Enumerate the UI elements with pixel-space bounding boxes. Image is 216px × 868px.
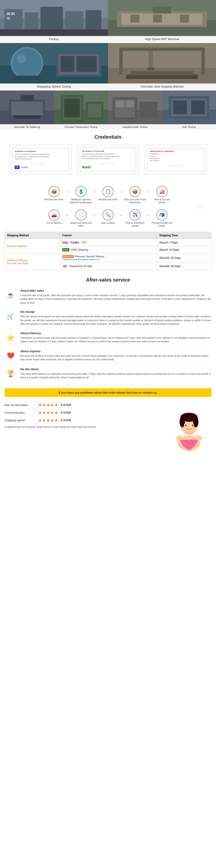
process-step-4: 🚚 Pick up by mail service — [151, 186, 173, 204]
shipping-table: Shipping Method Courier Shipping Time Ex… — [4, 232, 212, 270]
destination-icon: ✈️ — [129, 209, 141, 221]
svg-rect-37 — [130, 71, 193, 75]
tnt-logo: TNT — [81, 241, 87, 244]
process-step-0: 📦 Receive your order — [43, 186, 65, 201]
payment-icon: 💲 — [75, 186, 87, 197]
shipping-courier-0: DHL FedEx TNT — [60, 239, 157, 246]
process-label-8: Flow to destination country — [124, 221, 146, 227]
svg-point-81 — [182, 427, 185, 429]
svg-rect-24 — [13, 75, 40, 80]
cert-body-2: Certificate No: Product: Manufacturer: T… — [150, 153, 202, 166]
ratings-footnote: If satisfied with our products, kindly l… — [4, 426, 162, 428]
factory-label-salty: Salty&humidity Testing — [108, 124, 162, 130]
express-label-cell: Express Shipping — [5, 239, 60, 253]
credentials-row: Certificate of Compliance This is to cer… — [9, 145, 207, 175]
svg-point-23 — [17, 54, 26, 63]
shipping-time-0: About3~7 Days — [157, 239, 211, 246]
process-step-1: 💲 Waiting for payment released by aliexp… — [70, 186, 92, 204]
svg-rect-34 — [149, 51, 153, 69]
aftersales-text-0: I shop the sale of all goods, after the … — [20, 293, 212, 305]
process-label-1: Waiting for payment released by aliexpre… — [70, 198, 92, 204]
shipping-courier-3: SF Registered Air Mail — [60, 262, 157, 270]
shipping-col-time: Shipping Time — [157, 232, 211, 239]
receive-order2-icon: 📋 — [102, 186, 114, 197]
smt-image — [108, 0, 216, 36]
factory-cell-salty: Salty&humidity Testing — [108, 90, 162, 130]
factory-cell-sphere: Integrating Sphere Testing — [0, 43, 108, 90]
tin-image — [0, 90, 54, 124]
svg-rect-62 — [173, 101, 187, 114]
factory-cell-rain: Rain Testing — [162, 90, 216, 130]
enhart-badge: enhart — [21, 166, 28, 168]
process-row-2: 🚗 Out for delivery ← ✉️ depart your loca… — [0, 209, 216, 229]
rain-svg — [162, 90, 216, 124]
aftersales-item-3: ❤️ About express Because this product is… — [4, 347, 212, 365]
aftersales-content-0: About after sales I shop the sale of all… — [20, 289, 212, 305]
cert-logos: CE enhart — [14, 166, 66, 169]
fedex-logo: FedEx — [70, 241, 79, 244]
carrier-row-1: EMS EMS Shipping — [62, 248, 155, 251]
cert-body-1: We hereby declare that the product descr… — [82, 153, 134, 164]
factory-cell-tin: Automatic Tin Soldering — [0, 90, 54, 130]
shipping-courier-1: EMS EMS Shipping — [60, 246, 157, 253]
svg-rect-31 — [119, 48, 205, 51]
aftersales-content-1: On receipt After the arrival of the good… — [20, 310, 212, 326]
arrow-1: → — [65, 186, 70, 194]
factory-cell-constant: Constant Temperature Testing — [54, 90, 108, 130]
ali-text: Aliexpress Standard Shipping — [75, 255, 104, 258]
svg-rect-55 — [140, 102, 157, 118]
glue-svg — [108, 43, 216, 84]
svg-rect-7 — [0, 29, 108, 36]
process-step-6: ✉️ depart your local post office — [70, 209, 92, 227]
arrow-4: → — [146, 186, 151, 194]
shipping-time-3: About20~30 Days — [157, 262, 211, 270]
credential-card-0: Certificate of Compliance This is to cer… — [9, 145, 72, 175]
rating-value-1: 5 STAR — [61, 411, 71, 414]
ratings-section: Item as described ★★★★★ 5 STAR Communica… — [0, 400, 216, 457]
cert-name-1: Declaration of Conformity — [82, 150, 134, 152]
rating-value-0: 5 STAR — [61, 403, 71, 407]
factory-row-3: Automatic Tin Soldering Constant Tempera… — [0, 90, 216, 130]
factory-cell-smt: High Speed SMT Machine — [108, 0, 216, 42]
aftersales-heading-4: On the return — [20, 368, 212, 371]
process-label-7: clear customs — [101, 221, 115, 224]
aftersales-text-4: This shop sells products in customers re… — [20, 372, 212, 379]
aftersales-content-4: On the return This shop sells products i… — [20, 368, 212, 380]
credential-card-1: Declaration of Conformity We hereby decl… — [76, 145, 140, 175]
ratings-left: Item as described ★★★★★ 5 STAR Communica… — [4, 403, 162, 452]
express-label: Express Shipping — [7, 245, 26, 247]
svg-rect-32 — [119, 48, 123, 74]
factory-image — [0, 0, 108, 36]
aftersales-heading-3: About express — [20, 349, 212, 353]
process-row-1: 📦 Receive your order → 💲 Waiting for pay… — [0, 184, 216, 204]
rating-value-2: 5 STAR — [61, 418, 71, 422]
arrow-8: ← — [146, 209, 151, 218]
ems-badge: EMS — [62, 248, 69, 251]
factory-cell-factory: Factory — [0, 0, 108, 42]
sphere-svg — [0, 43, 108, 84]
down-arrow: ↓ — [0, 204, 216, 209]
factory-svg — [0, 0, 108, 36]
contact-banner: If you have any problems about the order… — [4, 388, 212, 397]
shipping-section: Shipping Method Courier Shipping Time Ex… — [0, 229, 216, 275]
svg-rect-9 — [11, 12, 14, 15]
svg-rect-10 — [7, 17, 10, 20]
salty-image — [108, 90, 162, 124]
svg-rect-48 — [64, 98, 80, 118]
factory-label-tin: Automatic Tin Soldering — [0, 124, 54, 130]
process-label-0: Receive your order — [44, 198, 63, 201]
shipping-courier-2: Aliexpress Aliexpress Standard Shipping … — [60, 253, 157, 262]
aftersales-section: After-sales service ☕ About after sales … — [0, 275, 216, 385]
aftersales-icon-1: 🛒 — [4, 310, 17, 322]
ratings-right — [166, 403, 212, 452]
process-label-5: Out for delivery — [47, 221, 62, 224]
svg-rect-28 — [76, 56, 97, 72]
aftersales-text-1: After the arrival of the goods as soon a… — [20, 315, 212, 326]
svg-rect-50 — [88, 104, 101, 118]
svg-rect-42 — [20, 95, 34, 101]
cert-inner-2: VERIFICATION OF CONFORMITY Certificate N… — [148, 149, 204, 171]
factory-label-glue: Automatic Glue Dripping Machine — [108, 84, 216, 90]
aftersales-icon-0: ☕ — [4, 289, 17, 301]
sphere-image — [0, 43, 108, 84]
dhl-logo: DHL — [62, 241, 69, 244]
